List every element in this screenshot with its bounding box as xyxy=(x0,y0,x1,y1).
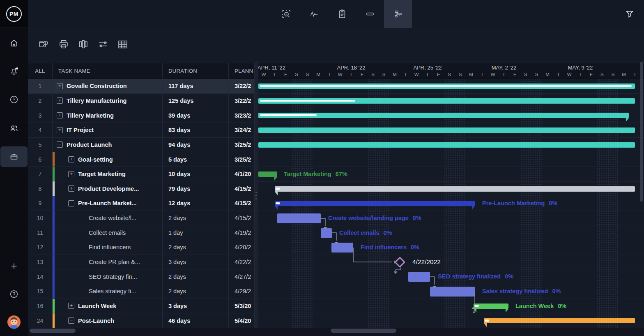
task-row-9[interactable]: 9−Pre-Launch Market...12 days4/15/2 xyxy=(28,196,255,211)
duration-cell[interactable]: 125 days xyxy=(163,94,229,108)
tab-activity[interactable] xyxy=(300,0,328,28)
sidebar-item-clock[interactable] xyxy=(0,90,28,109)
task-name-cell[interactable]: +Product Developme... xyxy=(53,181,163,196)
duration-cell[interactable]: 79 days xyxy=(163,181,229,196)
planned-start-cell[interactable]: 3/22/2 xyxy=(229,79,255,93)
sidebar-item-plus[interactable] xyxy=(0,257,28,276)
drag-handle[interactable] xyxy=(276,202,280,204)
duration-cell[interactable]: 2 days xyxy=(163,240,229,255)
expand-icon[interactable]: + xyxy=(68,171,74,177)
print-icon[interactable] xyxy=(58,36,70,53)
planned-start-cell[interactable]: 3/25/2 xyxy=(229,138,255,152)
app-logo[interactable]: PM xyxy=(0,0,28,28)
task-row-6[interactable]: 6+Goal-setting5 days3/25/2 xyxy=(28,152,255,167)
task-name-cell[interactable]: +Target Marketing xyxy=(53,167,163,181)
collapse-icon[interactable]: − xyxy=(68,200,74,206)
task-name-cell[interactable]: Create website/l... xyxy=(53,211,163,225)
image-search-icon[interactable] xyxy=(38,36,50,53)
task-row-2[interactable]: 2+Tillery Manufacturing125 days3/22/2 xyxy=(28,94,255,109)
planned-start-cell[interactable]: 4/15/2 xyxy=(229,211,255,225)
expand-icon[interactable]: + xyxy=(57,97,63,104)
planned-start-cell[interactable]: 4/19/2 xyxy=(229,225,255,240)
task-name-cell[interactable]: −Product Launch xyxy=(53,138,163,152)
planned-start-cell[interactable]: 3/23/2 xyxy=(229,108,255,123)
duration-cell[interactable]: 2 days xyxy=(163,284,229,299)
expand-icon[interactable]: + xyxy=(68,303,74,309)
planned-start-cell[interactable]: 4/1/20 xyxy=(229,167,255,181)
duration-cell[interactable]: 117 days xyxy=(163,79,229,93)
vertical-scrollbar[interactable] xyxy=(640,62,643,202)
duration-cell[interactable]: 2 days xyxy=(163,269,229,284)
task-row-5[interactable]: 5−Product Launch94 days3/25/2 xyxy=(28,138,255,153)
task-name-cell[interactable]: Sales strategy fi... xyxy=(53,284,163,299)
planned-start-cell[interactable]: 3/24/2 xyxy=(229,123,255,137)
duration-cell[interactable]: 10 days xyxy=(163,167,229,181)
task-row-15[interactable]: 15Sales strategy fi...2 days4/29/2 xyxy=(28,284,255,299)
tab-gantt[interactable] xyxy=(384,0,412,28)
drag-handle[interactable] xyxy=(485,320,489,322)
task-name-cell[interactable]: +Tillery Marketing xyxy=(53,108,163,123)
task-row-12[interactable]: 12Find influencers2 days4/20/2 xyxy=(28,240,255,255)
drag-handle[interactable] xyxy=(276,188,280,190)
grid-horizontal-scrollbar[interactable] xyxy=(30,329,76,333)
duration-cell[interactable]: 3 days xyxy=(163,255,229,269)
pane-resize-handle[interactable] xyxy=(255,61,258,336)
task-row-8[interactable]: 8+Product Developme...79 days4/15/2 xyxy=(28,181,255,196)
duration-cell[interactable]: 94 days xyxy=(163,138,229,152)
duration-cell[interactable]: 2 days xyxy=(163,211,229,225)
sidebar-item-users[interactable] xyxy=(0,119,28,138)
planned-start-cell[interactable]: 4/20/2 xyxy=(229,240,255,255)
duration-cell[interactable]: 46 days xyxy=(163,313,229,328)
collapse-icon[interactable]: − xyxy=(57,141,63,148)
sliders-icon[interactable] xyxy=(97,36,109,53)
task-name-cell[interactable]: Create PR plan &... xyxy=(53,255,163,269)
expand-icon[interactable]: + xyxy=(68,156,74,162)
chart-horizontal-scrollbar[interactable] xyxy=(331,329,396,333)
task-name-cell[interactable]: +Goal-setting xyxy=(53,152,163,167)
planned-start-cell[interactable]: 4/29/2 xyxy=(229,284,255,299)
task-name-cell[interactable]: SEO strategy fin... xyxy=(53,269,163,284)
task-row-10[interactable]: 10Create website/l...2 days4/15/2 xyxy=(28,211,255,226)
duration-cell[interactable]: 12 days xyxy=(163,196,229,211)
planned-start-cell[interactable]: 4/15/2 xyxy=(229,196,255,211)
task-name-cell[interactable]: Collect emails xyxy=(53,225,163,240)
sidebar-item-home[interactable] xyxy=(0,34,28,53)
sidebar-item-avatar[interactable] xyxy=(0,313,28,331)
duration-cell[interactable]: 1 day xyxy=(163,225,229,240)
duration-cell[interactable]: 83 days xyxy=(163,123,229,137)
task-row-7[interactable]: 7+Target Marketing10 days4/1/20 xyxy=(28,167,255,182)
duration-cell[interactable]: 39 days xyxy=(163,108,229,123)
filter-icon[interactable] xyxy=(621,0,638,28)
task-name-cell[interactable]: +IT Project xyxy=(53,123,163,137)
tab-flat-bar[interactable] xyxy=(356,0,384,28)
duration-cell[interactable]: 5 days xyxy=(163,152,229,167)
expand-icon[interactable]: + xyxy=(68,185,74,192)
expand-icon[interactable]: + xyxy=(57,127,63,133)
task-name-cell[interactable]: −Post-Launch xyxy=(53,313,163,328)
planned-start-cell[interactable]: 3/25/2 xyxy=(229,152,255,167)
planned-start-cell[interactable]: 3/22/2 xyxy=(229,94,255,108)
grid-icon[interactable] xyxy=(117,36,129,53)
task-row-11[interactable]: 11Collect emails1 day4/19/2 xyxy=(28,225,255,240)
planned-start-cell[interactable]: 4/22/2 xyxy=(229,255,255,269)
planned-start-cell[interactable]: 4/27/2 xyxy=(229,269,255,284)
drag-handle[interactable] xyxy=(474,305,479,307)
task-name-cell[interactable]: Find influencers xyxy=(53,240,163,255)
task-name-cell[interactable]: +Govalle Construction xyxy=(53,79,163,93)
task-row-16[interactable]: 16+Launch Week3 days5/3/20 xyxy=(28,299,255,314)
sidebar-item-help[interactable] xyxy=(0,285,28,304)
planned-start-cell[interactable]: 4/15/2 xyxy=(229,181,255,196)
task-row-4[interactable]: 4+IT Project83 days3/24/2 xyxy=(28,123,255,138)
sidebar-item-briefcase[interactable] xyxy=(0,146,28,167)
task-name-cell[interactable]: −Pre-Launch Market... xyxy=(53,196,163,211)
collapse-icon[interactable]: − xyxy=(68,317,74,324)
task-row-24[interactable]: 24−Post-Launch46 days5/4/20 xyxy=(28,313,255,328)
task-row-13[interactable]: 13Create PR plan &...3 days4/22/2 xyxy=(28,255,255,270)
task-name-cell[interactable]: +Tillery Manufacturing xyxy=(53,94,163,108)
expand-icon[interactable]: + xyxy=(57,112,63,118)
task-row-1[interactable]: 1+Govalle Construction117 days3/22/2 xyxy=(28,79,255,94)
sidebar-item-bell[interactable] xyxy=(0,62,28,81)
expand-icon[interactable]: + xyxy=(57,83,63,89)
planned-start-cell[interactable]: 5/4/20 xyxy=(229,313,255,328)
task-row-14[interactable]: 14SEO strategy fin...2 days4/27/2 xyxy=(28,269,255,284)
